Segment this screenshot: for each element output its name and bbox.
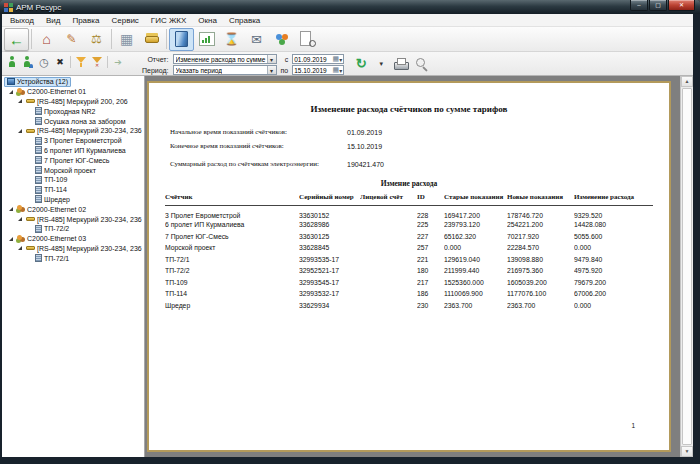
refresh-button[interactable] xyxy=(353,56,369,71)
table-cell: 2363.700 xyxy=(507,300,574,312)
home-button[interactable] xyxy=(34,28,59,51)
table-cell: ТП-72/1 xyxy=(165,254,299,266)
tree-expander-icon[interactable] xyxy=(9,90,13,94)
menu-item[interactable]: Выход xyxy=(4,16,40,25)
menu-item[interactable]: Правка xyxy=(66,16,105,25)
tables-button[interactable] xyxy=(114,28,139,51)
tree-expander-icon[interactable] xyxy=(9,237,13,241)
tree-item[interactable]: C2000-Ethernet 01 xyxy=(2,87,144,97)
tree-item-label: Морской проект xyxy=(44,167,96,174)
tree-item[interactable]: Осушка лона за забором xyxy=(2,116,144,126)
tree-item[interactable]: Проходная NR2 xyxy=(2,106,144,116)
tree-item[interactable]: ТП-72/1 xyxy=(2,253,144,263)
tree-expander-icon[interactable] xyxy=(18,217,22,221)
tree-item[interactable]: C2000-Ethernet 02 xyxy=(2,204,144,214)
period-select[interactable]: Указать период xyxy=(173,65,277,75)
table-cell: 239793.120 xyxy=(444,219,507,231)
back-button[interactable] xyxy=(4,28,29,51)
tree-item[interactable]: 7 Пролет ЮГ-Смесь xyxy=(2,155,144,165)
tree-item[interactable]: Морской проект xyxy=(2,165,144,175)
table-cell: 221 xyxy=(417,254,444,266)
report-select[interactable]: Изменение расхода по сумме тарифов xyxy=(173,54,277,64)
menu-item[interactable]: Вид xyxy=(40,16,66,25)
tree-item[interactable]: [RS-485] Меркурий 230-234, 236 xyxy=(2,214,144,224)
tree-item[interactable]: Шредер xyxy=(2,195,144,205)
charts-button[interactable] xyxy=(194,28,219,51)
tree-item[interactable]: C2000-Ethernet 03 xyxy=(2,234,144,244)
tree-expander-icon[interactable] xyxy=(18,246,22,250)
column-header: Старые показания xyxy=(444,193,507,206)
menu-item[interactable]: Окна xyxy=(192,16,223,25)
tree-item[interactable]: Устройства (12) xyxy=(2,77,144,87)
menu-item[interactable]: ГИС ЖКХ xyxy=(145,16,192,25)
close-button[interactable]: ✕ xyxy=(668,0,695,11)
table-cell: 0.000 xyxy=(444,242,507,254)
table-cell xyxy=(360,242,417,254)
reports-button[interactable] xyxy=(169,28,194,51)
tree-item[interactable]: ТП-114 xyxy=(2,185,144,195)
print-button[interactable] xyxy=(393,56,409,71)
scrollbar-thumb[interactable] xyxy=(682,88,692,445)
filter-button[interactable] xyxy=(73,55,89,70)
tree-expander-icon[interactable] xyxy=(18,129,22,133)
refresh-icon xyxy=(356,56,367,71)
hourglass-icon xyxy=(222,30,242,48)
chevron-down-icon[interactable] xyxy=(339,56,342,63)
export-button[interactable] xyxy=(110,55,126,70)
scroll-down-icon[interactable]: ▼ xyxy=(681,446,693,457)
payments-button[interactable] xyxy=(139,28,164,51)
chevron-down-icon[interactable] xyxy=(339,67,342,74)
document-search-icon xyxy=(297,30,317,48)
minimize-button[interactable]: – xyxy=(630,0,648,11)
money-icon xyxy=(142,30,162,48)
history-button[interactable] xyxy=(219,28,244,51)
tree-item[interactable]: 3 Пролет Еврометстрой xyxy=(2,136,144,146)
refresh-options-button[interactable] xyxy=(373,56,389,71)
edit-notes-button[interactable] xyxy=(59,28,84,51)
calendar-icon[interactable] xyxy=(333,66,340,74)
table-cell: 9479.840 xyxy=(574,254,653,266)
add-meter-button[interactable] xyxy=(20,55,36,70)
column-header: Лицевой счёт xyxy=(360,193,417,206)
messages-button[interactable] xyxy=(244,28,269,51)
calendar-icon[interactable] xyxy=(333,55,340,63)
report-scrollbar[interactable]: ▲ ▼ xyxy=(680,76,693,457)
scroll-up-icon[interactable]: ▲ xyxy=(681,76,693,87)
filter-clear-button[interactable] xyxy=(89,55,105,70)
date-to-field[interactable]: 15.10.2019 xyxy=(292,65,344,75)
tree-expander-icon[interactable] xyxy=(9,207,13,211)
title-bar: АРМ Ресурс xyxy=(0,0,700,14)
poll-schedule-button[interactable] xyxy=(36,55,52,70)
users-button[interactable] xyxy=(269,28,294,51)
tree-item[interactable]: ТП-72/2 xyxy=(2,224,144,234)
tariffs-button[interactable] xyxy=(84,28,109,51)
toolbar-separator xyxy=(111,29,112,49)
export-icon xyxy=(112,56,124,68)
delete-button[interactable] xyxy=(52,55,68,70)
add-device-button[interactable] xyxy=(4,55,20,70)
tree-item[interactable]: [RS-485] Меркурий 230-234, 236 xyxy=(2,126,144,136)
devices-root-icon xyxy=(7,78,15,85)
meter-icon xyxy=(35,225,42,233)
tree-item-label: 3 Пролет Еврометстрой xyxy=(44,137,122,144)
tree-item[interactable]: ТП-109 xyxy=(2,175,144,185)
menu-item[interactable]: Справка xyxy=(223,16,266,25)
maximize-button[interactable]: ▢ xyxy=(649,0,667,11)
app-icon[interactable] xyxy=(4,3,13,12)
menu-item[interactable]: Сервис xyxy=(105,16,144,25)
date-from-label: с xyxy=(281,56,289,63)
chevron-down-icon[interactable] xyxy=(267,55,276,63)
chevron-down-icon[interactable] xyxy=(267,66,276,74)
home-icon xyxy=(37,30,57,48)
zoom-button[interactable] xyxy=(413,56,429,71)
date-from-field[interactable]: 01.09.2019 xyxy=(292,54,344,64)
table-cell: Шредер xyxy=(165,300,299,312)
tree-item[interactable]: [RS-485] Меркурий 230-234, 236 xyxy=(2,244,144,254)
tree-item[interactable]: [RS-485] Меркурий 200, 206 xyxy=(2,97,144,107)
audit-button[interactable] xyxy=(294,28,319,51)
scales-icon xyxy=(87,30,107,48)
meter-icon xyxy=(35,195,42,203)
table-cell: 5055.600 xyxy=(574,231,653,243)
tree-item[interactable]: 6 пролет ИП Курмалиева xyxy=(2,146,144,156)
tree-expander-icon[interactable] xyxy=(18,99,22,103)
